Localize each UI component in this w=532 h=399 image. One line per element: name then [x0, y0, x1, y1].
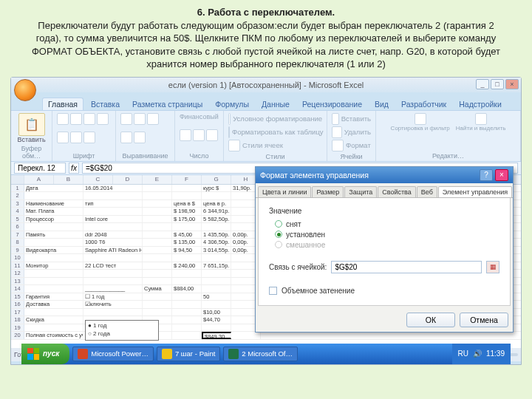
cell-link-input[interactable]: [331, 261, 482, 273]
cell-styles-button[interactable]: Стили ячеек: [228, 140, 322, 151]
tab-developer[interactable]: Разработчик: [396, 98, 451, 110]
value-group-label: Значение: [269, 207, 499, 215]
sort-button[interactable]: Сортировка и фильтр: [391, 125, 450, 132]
font-color-button[interactable]: [83, 132, 95, 143]
number-format[interactable]: Финансовый: [180, 113, 219, 120]
italic-button[interactable]: [70, 113, 82, 125]
underline-button[interactable]: [83, 113, 95, 125]
task-office[interactable]: 2 Microsoft Of…: [223, 347, 298, 361]
window-title: если (version 1) [Автосохраненный] - Mic…: [168, 81, 364, 89]
cells-label: Ячейки: [332, 153, 371, 160]
dialog-title: Формат элемента управления: [260, 171, 369, 180]
dlg-tab-web[interactable]: Веб: [417, 186, 437, 197]
tab-home[interactable]: Главная: [42, 98, 83, 110]
cond-format-button[interactable]: Условное форматирование: [228, 113, 322, 125]
radio-mixed: смешанное: [275, 241, 499, 249]
dlg-tab-props[interactable]: Свойства: [378, 186, 416, 197]
delete-cells-button[interactable]: Удалить: [332, 126, 371, 138]
tab-data[interactable]: Данные: [256, 98, 295, 110]
format-table-button[interactable]: Форматировать как таблицу: [228, 126, 322, 138]
minimize-button[interactable]: _: [476, 79, 489, 89]
windows-logo-icon: [27, 348, 39, 360]
task-powerpoint[interactable]: Microsoft Power…: [72, 347, 154, 361]
paste-label: Вставить: [16, 136, 47, 143]
instruction-title: 6. Работа с переключателем.: [197, 7, 335, 18]
paste-button[interactable]: 📋: [18, 113, 45, 136]
dlg-tab-colors[interactable]: Цвета и линии: [258, 186, 311, 197]
comma-button[interactable]: [206, 129, 218, 141]
tray-clock: 11:39: [486, 349, 505, 358]
start-button[interactable]: пуск: [21, 344, 69, 364]
powerpoint-icon: [78, 349, 88, 359]
clipboard-label: Буфер обм…: [16, 145, 47, 160]
titlebar: если (version 1) [Автосохраненный] - Mic…: [11, 78, 521, 92]
dialog-close-button[interactable]: ×: [495, 169, 508, 181]
wrap-button[interactable]: [120, 132, 132, 143]
find-button[interactable]: Найти и выделить: [456, 125, 506, 132]
task-paint[interactable]: 7 шаг - Paint: [157, 347, 220, 361]
dlg-tab-protect[interactable]: Защита: [344, 186, 377, 197]
currency-button[interactable]: [180, 129, 191, 141]
merge-button[interactable]: [134, 132, 146, 143]
styles-label: Стили: [228, 153, 322, 160]
dlg-tab-size[interactable]: Размер: [312, 186, 344, 197]
align-left-button[interactable]: [120, 113, 132, 125]
font-size-button[interactable]: [97, 113, 109, 125]
tab-addins[interactable]: Надстройки: [454, 98, 507, 110]
ribbon: 📋 Вставить Буфер обм… Шрифт Выравнивание…: [11, 110, 521, 162]
office-button[interactable]: [14, 79, 36, 101]
tab-review[interactable]: Рецензирование: [297, 98, 367, 110]
tab-layout[interactable]: Разметка страницы: [127, 98, 208, 110]
paint-icon: [162, 349, 172, 359]
percent-button[interactable]: [193, 129, 205, 141]
tab-view[interactable]: Вид: [369, 98, 394, 110]
ribbon-tabs: Главная Вставка Разметка страницы Формул…: [11, 97, 521, 110]
align-right-button[interactable]: [147, 113, 159, 125]
radio-1year[interactable]: ● 1 год: [88, 321, 156, 330]
radio-set[interactable]: установлен: [275, 231, 499, 239]
cell-link-label: Связь с ячейкой:: [269, 263, 327, 271]
font-label: Шрифт: [57, 152, 111, 160]
instruction-body: Переключатели будут работать следующим о…: [32, 20, 500, 70]
radio-2year[interactable]: ○ 2 года: [88, 330, 156, 338]
align-label: Выравнивание: [120, 152, 170, 160]
border-button[interactable]: [57, 132, 69, 143]
warranty-radio-group[interactable]: ● 1 год ○ 2 года: [85, 320, 159, 341]
format-cells-button[interactable]: Формат: [332, 140, 371, 151]
number-label: Число: [180, 152, 219, 160]
instruction-block: 6. Работа с переключателем. Переключател…: [0, 0, 532, 74]
dlg-tab-control[interactable]: Элемент управления: [438, 186, 512, 197]
name-box[interactable]: Перекл. 12: [14, 163, 66, 174]
dialog-help-button[interactable]: ?: [480, 169, 493, 181]
tray-lang[interactable]: RU: [458, 349, 468, 358]
bold-button[interactable]: [57, 113, 69, 125]
tray-volume-icon[interactable]: 🔊: [473, 349, 482, 358]
radio-unset[interactable]: снят: [275, 220, 499, 228]
fx-button[interactable]: fx: [69, 163, 79, 174]
taskbar: пуск Microsoft Power… 7 шаг - Paint 2 Mi…: [21, 344, 511, 364]
align-center-button[interactable]: [134, 113, 146, 125]
format-control-dialog: Формат элемента управления ? × Цвета и л…: [255, 166, 514, 332]
insert-cells-button[interactable]: Вставить: [332, 113, 371, 125]
excel-icon: [228, 349, 239, 359]
edit-label: Редакти…: [381, 152, 516, 160]
restore-button[interactable]: □: [491, 79, 504, 89]
ok-button[interactable]: ОК: [406, 313, 455, 327]
close-button[interactable]: ×: [505, 79, 519, 89]
shading-checkbox[interactable]: [269, 287, 277, 295]
fill-button[interactable]: [70, 132, 82, 143]
range-picker-button[interactable]: ▦: [486, 261, 499, 273]
shading-label: Объемное затенение: [282, 287, 355, 295]
excel-window: если (version 1) [Автосохраненный] - Mic…: [10, 77, 522, 365]
cancel-button[interactable]: Отмена: [460, 313, 508, 327]
tab-insert[interactable]: Вставка: [86, 98, 125, 110]
tab-formulas[interactable]: Формулы: [210, 98, 254, 110]
